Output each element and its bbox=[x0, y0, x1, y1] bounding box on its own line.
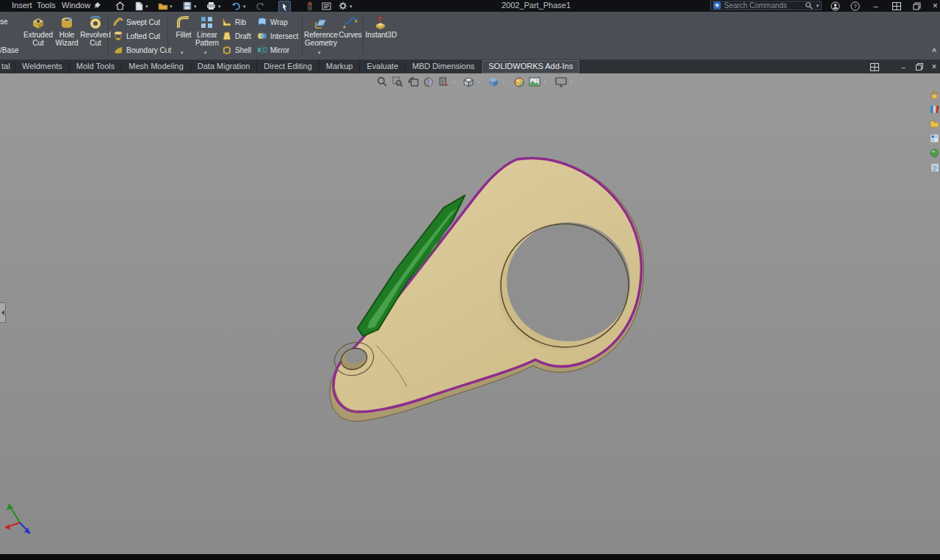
view-settings-icon[interactable] bbox=[554, 76, 567, 88]
model-canvas[interactable] bbox=[0, 73, 940, 554]
doc-restore-icon[interactable] bbox=[914, 62, 925, 72]
view-orientation-icon[interactable] bbox=[463, 76, 475, 88]
display-style-caret[interactable]: ▾ bbox=[502, 79, 505, 84]
options-gear-icon[interactable] bbox=[337, 1, 348, 11]
tab-direct-editing[interactable]: Direct Editing bbox=[257, 60, 319, 73]
save-caret[interactable]: ▾ bbox=[194, 4, 197, 9]
pane-split-icon[interactable] bbox=[869, 62, 881, 72]
new-document-caret[interactable]: ▾ bbox=[145, 4, 148, 9]
tab-sheet-metal-clipped[interactable]: tal bbox=[0, 60, 15, 73]
layout-grid-icon[interactable] bbox=[891, 1, 902, 11]
part-model[interactable] bbox=[330, 158, 644, 421]
title-bar: Insert Tools Window ▾ ▾ ▾ ▾ ▾ ▾ 2002_Par… bbox=[0, 0, 940, 12]
draft-button[interactable]: Draft bbox=[222, 30, 251, 42]
apply-scene-icon[interactable] bbox=[529, 76, 541, 88]
intersect-icon bbox=[257, 31, 267, 41]
instant3d-button[interactable]: Instant3D bbox=[364, 15, 398, 40]
task-pane-strip bbox=[930, 90, 939, 172]
new-document-icon[interactable] bbox=[134, 1, 145, 11]
lofted-cut-button[interactable]: Lofted Cut bbox=[113, 30, 160, 42]
curves-icon bbox=[343, 15, 358, 30]
menu-tools[interactable]: Tools bbox=[37, 1, 56, 10]
mirror-button[interactable]: Mirror bbox=[257, 44, 289, 56]
intersect-button[interactable]: Intersect bbox=[257, 30, 298, 42]
doc-close-icon[interactable]: × bbox=[928, 62, 940, 72]
tab-weldments[interactable]: Weldments bbox=[15, 60, 70, 73]
view-palette-icon[interactable] bbox=[930, 134, 939, 143]
view-orientation-caret[interactable]: ▾ bbox=[478, 79, 481, 84]
extruded-cut-label: Extruded bbox=[24, 31, 53, 39]
apply-scene-caret[interactable]: ▾ bbox=[544, 79, 547, 84]
close-window-icon[interactable]: × bbox=[930, 1, 940, 11]
help-icon[interactable]: ? bbox=[850, 1, 861, 11]
section-view-icon[interactable] bbox=[422, 76, 435, 88]
custom-properties-icon[interactable] bbox=[930, 163, 939, 172]
boundary-cut-button[interactable]: Boundary Cut bbox=[113, 44, 171, 56]
account-icon[interactable] bbox=[830, 1, 841, 11]
options-caret[interactable]: ▾ bbox=[350, 4, 352, 9]
wrap-button[interactable]: Wrap bbox=[257, 16, 288, 28]
linear-pattern-caret[interactable]: ▾ bbox=[204, 50, 207, 56]
undo-icon[interactable] bbox=[231, 1, 242, 11]
hole-wizard-icon bbox=[59, 15, 74, 30]
zoom-to-area-icon[interactable] bbox=[391, 76, 404, 88]
search-placeholder: Search Commands bbox=[724, 1, 802, 10]
print-icon[interactable] bbox=[206, 1, 217, 11]
shell-button[interactable]: Shell bbox=[222, 44, 251, 56]
zoom-to-fit-icon[interactable] bbox=[376, 76, 388, 88]
restore-window-icon[interactable] bbox=[911, 1, 922, 11]
open-caret[interactable]: ▾ bbox=[170, 4, 173, 9]
extruded-cut-icon bbox=[31, 15, 46, 30]
tab-markup[interactable]: Markup bbox=[319, 60, 361, 73]
xpress-tools-icon[interactable] bbox=[304, 1, 315, 11]
search-commands-input[interactable]: Search Commands ▾ bbox=[710, 1, 822, 10]
mirror-icon bbox=[257, 45, 267, 55]
search-scope-icon[interactable] bbox=[713, 1, 721, 10]
previous-view-icon[interactable] bbox=[407, 76, 419, 88]
tab-evaluate[interactable]: Evaluate bbox=[360, 60, 405, 73]
rib-button[interactable]: Rib bbox=[222, 16, 246, 28]
tab-data-migration[interactable]: Data Migration bbox=[191, 60, 258, 73]
minimize-window-icon[interactable]: – bbox=[870, 1, 881, 11]
fillet-caret[interactable]: ▾ bbox=[181, 50, 184, 56]
pin-menu-icon[interactable] bbox=[91, 1, 102, 11]
reference-geometry-caret[interactable]: ▾ bbox=[318, 50, 321, 56]
design-library-icon[interactable] bbox=[930, 104, 939, 114]
draft-icon bbox=[222, 31, 232, 41]
tab-mesh-modeling[interactable]: Mesh Modeling bbox=[122, 60, 191, 73]
select-tool-icon[interactable] bbox=[278, 1, 291, 12]
open-folder-icon[interactable] bbox=[157, 1, 168, 11]
home-icon[interactable] bbox=[115, 1, 126, 11]
clipped-label-top: se bbox=[0, 18, 8, 26]
magnifier-icon[interactable] bbox=[805, 1, 813, 10]
view-settings-caret[interactable]: ▾ bbox=[570, 79, 573, 84]
linear-pattern-button[interactable]: LinearPattern bbox=[190, 15, 224, 47]
save-icon[interactable] bbox=[181, 1, 192, 11]
swept-cut-button[interactable]: Swept Cut bbox=[113, 16, 160, 28]
rib-icon bbox=[222, 17, 232, 27]
instant3d-icon bbox=[374, 15, 388, 30]
tab-solidworks-add-ins[interactable]: SOLIDWORKS Add-Ins bbox=[482, 60, 580, 73]
file-explorer-icon[interactable] bbox=[930, 119, 939, 128]
graphics-viewport[interactable]: ▾ ▾ ▾ ▾ ▾ bbox=[0, 73, 940, 554]
tab-mbd-dimensions[interactable]: MBD Dimensions bbox=[405, 60, 482, 73]
options-list-icon[interactable] bbox=[321, 1, 332, 11]
print-caret[interactable]: ▾ bbox=[218, 4, 221, 9]
bore-hole bbox=[507, 222, 630, 341]
featuremanager-flyout-handle[interactable] bbox=[0, 302, 6, 323]
undo-caret[interactable]: ▾ bbox=[243, 4, 246, 9]
solidworks-resources-icon[interactable] bbox=[930, 90, 939, 99]
tab-mold-tools[interactable]: Mold Tools bbox=[70, 60, 122, 73]
dynamic-annotation-views-icon[interactable] bbox=[438, 76, 450, 88]
appearances-scenes-icon[interactable] bbox=[930, 148, 939, 158]
menu-window[interactable]: Window bbox=[62, 1, 90, 10]
annotation-caret[interactable]: ▾ bbox=[453, 79, 456, 84]
linear-pattern-icon bbox=[200, 15, 214, 30]
doc-minimize-icon[interactable]: – bbox=[897, 62, 909, 72]
display-style-icon[interactable] bbox=[487, 76, 499, 88]
menu-insert[interactable]: Insert bbox=[12, 1, 32, 10]
lofted-cut-icon bbox=[113, 31, 123, 41]
edit-appearance-icon[interactable] bbox=[513, 76, 526, 88]
collapse-ribbon-icon[interactable]: ^ bbox=[932, 48, 936, 56]
search-caret[interactable]: ▾ bbox=[816, 3, 819, 8]
